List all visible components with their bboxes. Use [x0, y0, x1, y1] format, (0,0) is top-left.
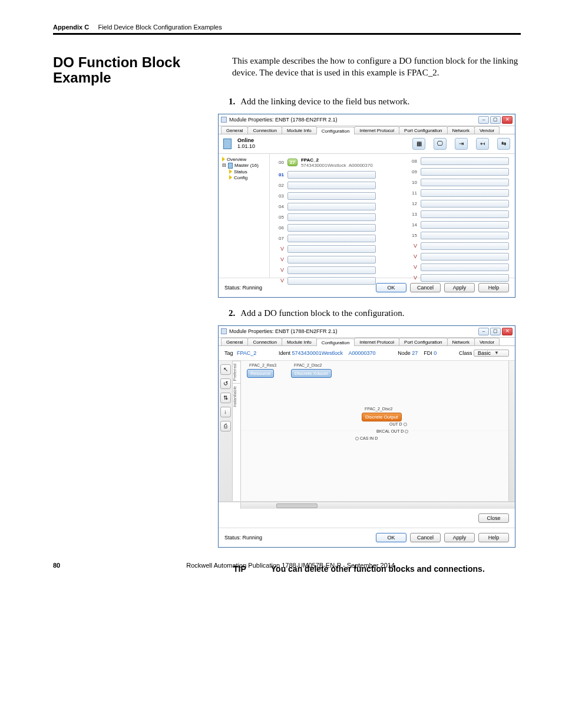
- vertical-scrollbar[interactable]: [508, 361, 515, 501]
- slot-09[interactable]: 09: [409, 168, 509, 176]
- ok-button[interactable]: OK: [376, 283, 406, 292]
- toolbar-compare-button[interactable]: ⇆: [497, 138, 510, 150]
- slot-v[interactable]: V: [409, 242, 509, 250]
- device-tree[interactable]: Overview ⊟Master (16) Status Config: [219, 154, 270, 278]
- slot-06[interactable]: 06: [276, 224, 376, 232]
- tag-label: Tag: [224, 350, 233, 356]
- slot-v[interactable]: V: [409, 274, 509, 282]
- maximize-button[interactable]: ▢: [490, 116, 501, 124]
- close-fb-button[interactable]: Close: [478, 513, 509, 523]
- tab-port-configuration[interactable]: Port Configuration: [399, 126, 447, 134]
- pointer-tool[interactable]: ↖: [220, 364, 231, 375]
- block-discrete-output[interactable]: Discrete Output: [362, 413, 402, 421]
- fb-canvas[interactable]: FPAC_2_Res3 Resource FPAC_2_Disc2 Discre…: [241, 361, 508, 501]
- port-cas-in-d[interactable]: CAS IN D: [355, 436, 378, 440]
- slot-10[interactable]: 10: [409, 179, 509, 186]
- tab-internet-protocol[interactable]: Internet Protocol: [354, 126, 399, 134]
- close-button[interactable]: ✕: [502, 116, 513, 124]
- cancel-button[interactable]: Cancel: [410, 283, 441, 292]
- tree-overview[interactable]: Overview: [227, 157, 246, 162]
- slot-02[interactable]: 02: [276, 182, 376, 189]
- slot-num: 09: [409, 169, 417, 174]
- slot-v[interactable]: V: [276, 256, 376, 263]
- block-resource-caption: FPAC_2_Res3: [249, 363, 276, 367]
- step-2-num: 2.: [229, 308, 235, 318]
- slot-07[interactable]: 07: [276, 235, 376, 242]
- port-bkcal-out-d[interactable]: BKCAL OUT D: [376, 429, 408, 433]
- minimize-button[interactable]: –: [478, 328, 489, 335]
- help-button[interactable]: Help: [478, 533, 509, 542]
- slot-13[interactable]: 13: [409, 210, 509, 218]
- slot-00[interactable]: 00 27 FPAC_2 5743430001Westlock A0000037…: [276, 157, 376, 168]
- slot-05[interactable]: 05: [276, 213, 376, 221]
- tab-configuration[interactable]: Configuration: [316, 127, 355, 134]
- tab-network[interactable]: Network: [447, 126, 475, 134]
- tab-internet-protocol[interactable]: Internet Protocol: [354, 338, 399, 345]
- print-tool[interactable]: ⎙: [220, 421, 231, 431]
- tab-general[interactable]: General: [221, 126, 248, 134]
- tab-vendor[interactable]: Vendor: [474, 338, 500, 345]
- slot-11[interactable]: 11: [409, 189, 509, 197]
- window2-title: Module Properties: ENBT (1788-EN2FFR 2.1…: [229, 328, 337, 334]
- tab-network[interactable]: Network: [447, 338, 475, 345]
- slot-num: V: [409, 264, 417, 270]
- slot-15[interactable]: 15: [409, 232, 509, 239]
- minimize-button[interactable]: –: [478, 116, 489, 124]
- slot-08[interactable]: 08: [409, 157, 509, 165]
- cancel-button[interactable]: Cancel: [410, 533, 441, 542]
- block-xducer[interactable]: Discrete Xducer: [291, 369, 332, 378]
- tree-status[interactable]: Status: [234, 169, 247, 174]
- slot-04[interactable]: 04: [276, 203, 376, 210]
- class-label: Class: [459, 350, 472, 356]
- slot-num: V: [409, 275, 417, 281]
- toolbar-monitor-button[interactable]: 🖵: [434, 138, 447, 150]
- insert-tool[interactable]: ↓: [220, 407, 231, 417]
- tab-vendor[interactable]: Vendor: [474, 126, 500, 134]
- apply-button[interactable]: Apply: [444, 533, 475, 542]
- slot-num: 15: [409, 233, 417, 238]
- slot-v[interactable]: V: [276, 266, 376, 274]
- slot-03[interactable]: 03: [276, 192, 376, 200]
- toolbar-grid-button[interactable]: ▦: [412, 138, 425, 150]
- slot-v[interactable]: V: [409, 263, 509, 271]
- slot-00-num: 00: [276, 160, 284, 165]
- class-dropdown[interactable]: Basic ▼: [474, 350, 509, 357]
- tab-module-info[interactable]: Module Info: [282, 338, 317, 345]
- tab-connection[interactable]: Connection: [247, 126, 282, 134]
- horizontal-scrollbar[interactable]: [241, 502, 515, 509]
- slot-v[interactable]: V: [409, 253, 509, 261]
- tag-value[interactable]: FPAC_2: [237, 350, 256, 356]
- section-heading: DO Function Block Example: [53, 55, 218, 86]
- ok-button[interactable]: OK: [376, 533, 406, 542]
- tab-module-info[interactable]: Module Info: [282, 126, 317, 134]
- slot-num: V: [276, 267, 284, 273]
- toolbar-upload-button[interactable]: ↤: [476, 138, 489, 150]
- port-out-d[interactable]: OUT D: [389, 422, 407, 426]
- help-button[interactable]: Help: [478, 283, 509, 292]
- tab-configuration[interactable]: Configuration: [316, 338, 355, 346]
- status-text-2: Status: Running: [224, 535, 262, 541]
- block-resource[interactable]: Resource: [247, 369, 274, 378]
- maximize-button[interactable]: ▢: [490, 328, 501, 335]
- rotate-tool[interactable]: ↺: [220, 378, 231, 389]
- vtab-preferred[interactable]: Preferred: [233, 361, 240, 383]
- swap-tool[interactable]: ⇅: [220, 393, 231, 403]
- tree-config[interactable]: Config: [234, 175, 247, 180]
- slot-v[interactable]: V: [276, 277, 376, 285]
- slot-00-chip: 27: [287, 159, 297, 166]
- slot-num: 12: [409, 201, 417, 206]
- slot-01[interactable]: 01: [276, 171, 376, 179]
- tab-port-configuration[interactable]: Port Configuration: [399, 338, 447, 345]
- slot-v[interactable]: V: [276, 245, 376, 253]
- slot-14[interactable]: 14: [409, 221, 509, 229]
- tab-connection[interactable]: Connection: [247, 338, 282, 345]
- apply-button[interactable]: Apply: [444, 283, 475, 292]
- window1-title: Module Properties: ENBT (1788-EN2FFR 2.1…: [229, 117, 337, 123]
- tree-master[interactable]: Master (16): [234, 163, 259, 168]
- tab-general[interactable]: General: [221, 338, 248, 345]
- slot-00-code: A00000370: [349, 163, 373, 168]
- toolbar-download-button[interactable]: ⇥: [455, 138, 468, 150]
- slot-12[interactable]: 12: [409, 200, 509, 207]
- vtab-instantiable[interactable]: Instantiable: [233, 383, 240, 410]
- close-button[interactable]: ✕: [502, 328, 513, 335]
